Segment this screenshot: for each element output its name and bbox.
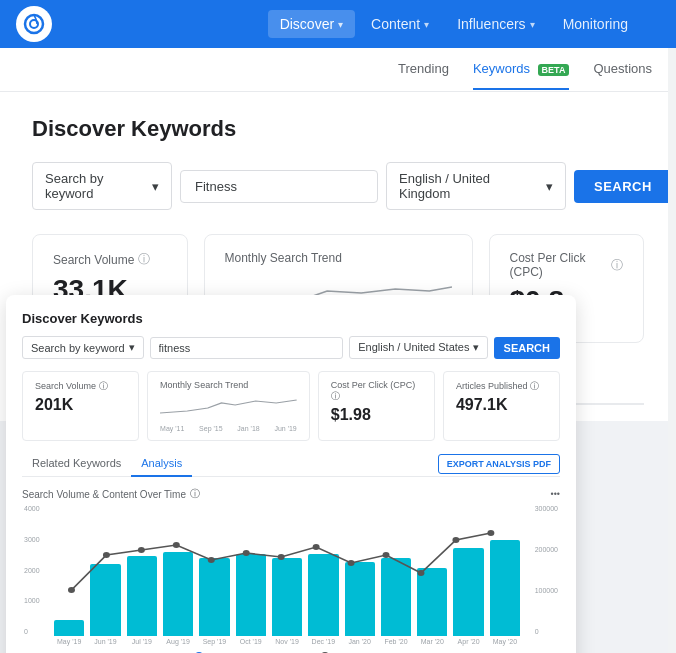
- search-type-select[interactable]: Search by keyword ▾: [32, 162, 172, 210]
- bar-label-7: Dec '19: [312, 638, 336, 645]
- bar-5: [236, 554, 266, 636]
- bar-chart: May '19 Jun '19 Jul '19 Aug '19: [22, 505, 560, 645]
- bar-label-10: Mar '20: [421, 638, 444, 645]
- nav-items: Discover ▾ Content ▾ Influencers ▾ Monit…: [268, 10, 640, 38]
- overlay-language-select[interactable]: English / United States ▾: [349, 336, 487, 359]
- bar-3: [163, 552, 193, 636]
- bar-col-1: Jun '19: [90, 564, 120, 645]
- overlay-title: Discover Keywords: [22, 311, 560, 326]
- page-title: Discover Keywords: [32, 116, 644, 142]
- bar-col-0: May '19: [54, 620, 84, 645]
- overlay-tab-related[interactable]: Related Keywords: [22, 451, 131, 477]
- overlay-cpc-label: Cost Per Click (CPC) ⓘ: [331, 380, 422, 403]
- bar-12: [490, 540, 520, 636]
- subnav-keywords[interactable]: Keywords BETA: [473, 49, 570, 90]
- nav-item-content[interactable]: Content ▾: [359, 10, 441, 38]
- overlay-keyword-input[interactable]: [150, 337, 344, 359]
- search-type-chevron-icon: ▾: [152, 179, 159, 194]
- bar-col-5: Oct '19: [236, 554, 266, 645]
- chart-title: Search Volume & Content Over Time ⓘ •••: [22, 487, 560, 501]
- nav-item-discover[interactable]: Discover ▾: [268, 10, 355, 38]
- search-volume-info-icon[interactable]: ⓘ: [138, 251, 150, 268]
- overlay-sv-info-icon[interactable]: ⓘ: [99, 381, 108, 391]
- bar-col-6: Nov '19: [272, 558, 302, 645]
- nav-item-influencers[interactable]: Influencers ▾: [445, 10, 546, 38]
- overlay-sparkline: [160, 393, 297, 421]
- chart-options-icon[interactable]: •••: [551, 489, 560, 499]
- chart-section: Search Volume & Content Over Time ⓘ ••• …: [22, 487, 560, 653]
- overlay-trend-labels: May '11 Sep '15 Jan '18 Jun '19: [160, 425, 297, 432]
- bar-11: [453, 548, 483, 636]
- bar-label-5: Oct '19: [240, 638, 262, 645]
- search-bar: Search by keyword ▾ English / United Kin…: [32, 162, 644, 210]
- keyword-input[interactable]: [180, 170, 378, 203]
- logo[interactable]: [16, 6, 52, 42]
- bar-label-6: Nov '19: [275, 638, 299, 645]
- y-axis-right: 300000 200000 100000 0: [535, 505, 558, 635]
- overlay-trend-label: Monthly Search Trend: [160, 380, 297, 390]
- search-volume-label: Search Volume ⓘ: [53, 251, 167, 268]
- discover-chevron-icon: ▾: [338, 19, 343, 30]
- overlay-articles-info-icon[interactable]: ⓘ: [530, 381, 539, 391]
- svg-point-0: [25, 15, 43, 33]
- bar-label-3: Aug '19: [166, 638, 190, 645]
- overlay-search-volume-card: Search Volume ⓘ 201K: [22, 371, 139, 441]
- overlay-articles-label: Articles Published ⓘ: [456, 380, 547, 393]
- bar-7: [308, 554, 338, 636]
- cpc-label: Cost Per Click (CPC) ⓘ: [510, 251, 624, 279]
- bar-col-2: Jul '19: [127, 556, 157, 645]
- overlay-type-chevron-icon: ▾: [129, 341, 135, 354]
- overlay-articles-card: Articles Published ⓘ 497.1K: [443, 371, 560, 441]
- top-nav: Discover ▾ Content ▾ Influencers ▾ Monit…: [0, 0, 676, 48]
- chart-info-icon[interactable]: ⓘ: [190, 487, 200, 501]
- bar-col-8: Jan '20: [345, 562, 375, 645]
- overlay-trend-card: Monthly Search Trend May '11 Sep '15 Jan…: [147, 371, 310, 441]
- bar-9: [381, 558, 411, 636]
- overlay-sv-value: 201K: [35, 396, 126, 414]
- language-select[interactable]: English / United Kingdom ▾: [386, 162, 566, 210]
- bar-col-4: Sep '19: [199, 558, 229, 645]
- bar-6: [272, 558, 302, 636]
- language-chevron-icon: ▾: [546, 179, 553, 194]
- overlay-card: Discover Keywords Search by keyword ▾ En…: [6, 295, 576, 653]
- overlay-search-type-select[interactable]: Search by keyword ▾: [22, 336, 144, 359]
- cpc-info-icon[interactable]: ⓘ: [611, 257, 623, 274]
- bar-label-9: Feb '20: [384, 638, 407, 645]
- bar-col-11: Apr '20: [453, 548, 483, 645]
- bar-col-7: Dec '19: [308, 554, 338, 645]
- search-button[interactable]: SEARCH: [574, 170, 672, 203]
- bar-0: [54, 620, 84, 636]
- export-pdf-button[interactable]: EXPORT ANALYSIS PDF: [438, 454, 560, 474]
- bar-1: [90, 564, 120, 636]
- subnav-trending[interactable]: Trending: [398, 49, 449, 90]
- overlay-cpc-value: $1.98: [331, 406, 422, 424]
- bar-10: [417, 568, 447, 636]
- overlay-lang-chevron-icon: ▾: [473, 341, 479, 353]
- overlay-search-button[interactable]: SEARCH: [494, 337, 560, 359]
- bar-col-12: May '20: [490, 540, 520, 645]
- subnav-questions[interactable]: Questions: [593, 49, 652, 90]
- bar-label-11: Apr '20: [458, 638, 480, 645]
- bar-label-12: May '20: [493, 638, 517, 645]
- overlay-cpc-card: Cost Per Click (CPC) ⓘ $1.98: [318, 371, 435, 441]
- bar-4: [199, 558, 229, 636]
- trend-label: Monthly Search Trend: [225, 251, 452, 265]
- y-axis-left: 4000 3000 2000 1000 0: [24, 505, 40, 635]
- overlay-search-bar: Search by keyword ▾ English / United Sta…: [22, 336, 560, 359]
- nav-item-monitoring[interactable]: Monitoring: [551, 10, 640, 38]
- bar-label-8: Jan '20: [348, 638, 370, 645]
- overlay-cpc-info-icon[interactable]: ⓘ: [331, 391, 340, 401]
- overlay-articles-value: 497.1K: [456, 396, 547, 414]
- overlay-tabs: Related Keywords Analysis EXPORT ANALYSI…: [22, 451, 560, 477]
- sub-nav: Trending Keywords BETA Questions: [0, 48, 676, 92]
- bar-label-4: Sep '19: [203, 638, 227, 645]
- overlay-tab-analysis[interactable]: Analysis: [131, 451, 192, 477]
- bar-label-2: Jul '19: [132, 638, 152, 645]
- bar-label-1: Jun '19: [94, 638, 116, 645]
- bar-8: [345, 562, 375, 636]
- bar-chart-container: 300000 200000 100000 0 4000 3000 2000 10…: [22, 505, 560, 645]
- bar-col-9: Feb '20: [381, 558, 411, 645]
- influencers-chevron-icon: ▾: [530, 19, 535, 30]
- bar-col-10: Mar '20: [417, 568, 447, 645]
- bar-2: [127, 556, 157, 636]
